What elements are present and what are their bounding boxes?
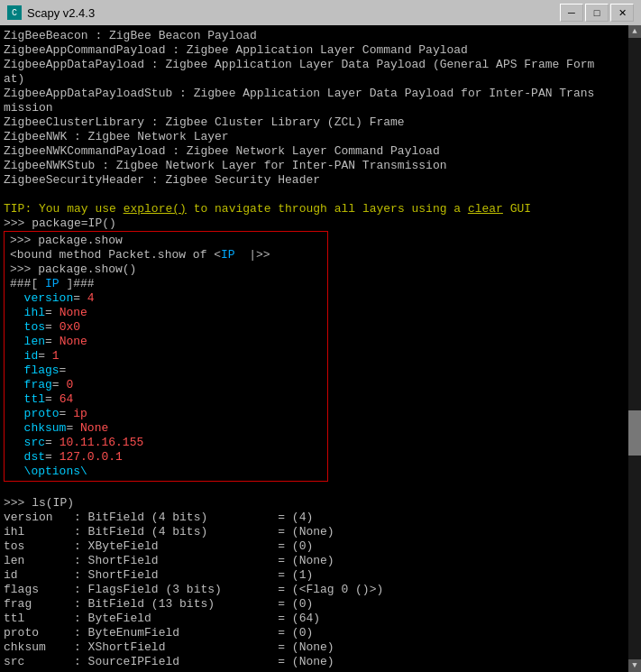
line-12 — [4, 188, 630, 202]
field-src: src= 10.11.16.155 — [10, 436, 322, 450]
field-flags: flags= — [10, 364, 322, 378]
scrollbar-up-arrow[interactable]: ▲ — [628, 25, 641, 38]
ls-chksum: chksum : XShortField = (None) — [4, 640, 630, 655]
line-3: ZigbeeAppDataPayload : Zigbee Applicatio… — [4, 58, 630, 72]
cmd-package-show-call: >>> package.show() — [10, 262, 322, 277]
terminal-content: ZigBeeBeacon : ZigBee Beacon Payload Zig… — [4, 29, 630, 672]
ls-ihl: ihl : BitField (4 bits) = (None) — [4, 525, 630, 539]
ls-version: version : BitField (4 bits) = (4) — [4, 511, 630, 525]
field-version: version= 4 — [10, 291, 322, 306]
ls-tos: tos : XByteField = (0) — [4, 539, 630, 554]
ls-ttl: ttl : ByteField = (64) — [4, 612, 630, 626]
field-chksum: chksum= None — [10, 421, 322, 436]
ls-flags: flags : FlagsField (3 bits) = (<Flag 0 (… — [4, 583, 630, 597]
field-ihl: ihl= None — [10, 306, 322, 320]
bound-method-line: <bound method Packet.show of <IP |>> — [10, 248, 322, 262]
field-frag: frag= 0 — [10, 378, 322, 392]
ip-header-line: ###[ IP ]### — [10, 277, 322, 291]
cmd-package-ip: >>> package=IP() — [4, 216, 630, 231]
ls-src: src : SourceIPField = (None) — [4, 655, 630, 669]
title-bar: C Scapy v2.4.3 ─ □ ✕ — [0, 0, 641, 25]
scrollbar-thumb[interactable] — [628, 410, 641, 456]
ls-id: id : ShortField = (1) — [4, 568, 630, 583]
field-dst: dst= 127.0.0.1 — [10, 450, 322, 465]
line-blank-2 — [4, 482, 630, 496]
ls-len: len : ShortField = (None) — [4, 554, 630, 568]
field-tos: tos= 0x0 — [10, 320, 322, 335]
scrollbar-down-arrow[interactable]: ▼ — [628, 659, 641, 672]
minimize-button[interactable]: ─ — [560, 4, 583, 22]
line-8: ZigbeeNWK : Zigbee Network Layer — [4, 130, 630, 144]
close-button[interactable]: ✕ — [610, 4, 634, 22]
tip-line: TIP: You may use explore() to navigate t… — [4, 202, 630, 216]
window-controls[interactable]: ─ □ ✕ — [560, 4, 634, 22]
package-show-box: >>> package.show <bound method Packet.sh… — [4, 231, 328, 482]
field-options: \options\ — [10, 465, 322, 479]
line-1: ZigBeeBeacon : ZigBee Beacon Payload — [4, 29, 630, 43]
field-id: id= 1 — [10, 349, 322, 364]
line-10: ZigbeeNWKStub : Zigbee Network Layer for… — [4, 159, 630, 173]
field-proto: proto= ip — [10, 407, 322, 421]
ls-proto: proto : ByteEnumField = (0) — [4, 626, 630, 640]
line-5: ZigbeeAppDataPayloadStub : Zigbee Applic… — [4, 87, 630, 101]
line-9: ZigbeeNWKCommandPayload : Zigbee Network… — [4, 144, 630, 159]
ls-frag: frag : BitField (13 bits) = (0) — [4, 597, 630, 612]
cmd-package-show: >>> package.show — [10, 234, 322, 248]
field-ttl: ttl= 64 — [10, 392, 322, 407]
scrollbar[interactable]: ▲ ▼ — [628, 25, 641, 672]
cmd-ls-ip: >>> ls(IP) — [4, 496, 630, 511]
window: C Scapy v2.4.3 ─ □ ✕ ZigBeeBeacon : ZigB… — [0, 0, 641, 672]
app-icon: C — [7, 5, 22, 20]
line-6: mission — [4, 101, 630, 115]
line-4: at) — [4, 72, 630, 87]
line-7: ZigbeeClusterLibrary : Zigbee Cluster Li… — [4, 115, 630, 130]
field-len: len= None — [10, 335, 322, 349]
line-11: ZigbeeSecurityHeader : Zigbee Security H… — [4, 173, 630, 188]
line-2: ZigbeeAppCommandPayload : Zigbee Applica… — [4, 43, 630, 58]
scrollbar-track-area — [628, 38, 641, 659]
title-bar-left: C Scapy v2.4.3 — [7, 5, 95, 20]
window-title: Scapy v2.4.3 — [27, 6, 95, 20]
terminal[interactable]: ZigBeeBeacon : ZigBee Beacon Payload Zig… — [0, 25, 641, 672]
maximize-button[interactable]: □ — [585, 4, 609, 22]
